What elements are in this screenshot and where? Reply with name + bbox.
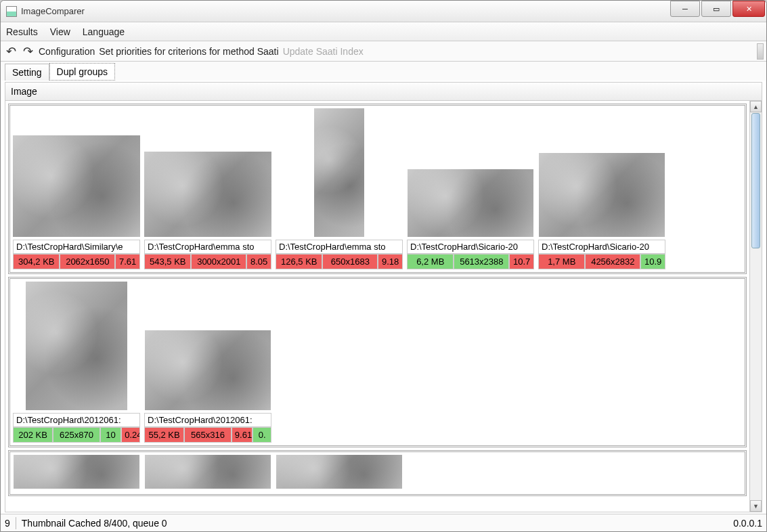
scroll-up-icon[interactable]: ▲ <box>750 101 762 112</box>
dimensions: 565x316 <box>184 427 232 443</box>
scroll-thumb[interactable] <box>751 113 760 248</box>
score: 10.7 <box>509 254 534 269</box>
status-version: 0.0.0.1 <box>733 518 762 529</box>
status-separator <box>16 517 16 529</box>
statusbar: 9 Thumbnail Cached 8/400, queue 0 0.0.0.… <box>1 514 766 531</box>
image-item[interactable] <box>144 455 271 491</box>
image-stats: 126,5 KB650x16839.18 <box>276 254 403 269</box>
groups-viewport: D:\TestCropHard\Similary\e304,2 KB2062x1… <box>5 101 762 512</box>
file-size: 304,2 KB <box>13 254 60 269</box>
image-stats: 1,7 MB4256x283210.9 <box>538 254 665 269</box>
maximize-button[interactable]: ▭ <box>701 1 731 17</box>
image-stats: 543,5 KB3000x20018.05 <box>144 254 271 269</box>
image-path: D:\TestCropHard\Similary\e <box>13 240 140 254</box>
app-icon <box>6 6 17 17</box>
image-stats: 202 KB625x870100.24 <box>13 427 140 443</box>
menu-language[interactable]: Language <box>83 26 125 37</box>
duplicate-group <box>8 450 747 496</box>
close-button[interactable]: ✕ <box>732 1 765 17</box>
thumbnail[interactable] <box>14 455 139 489</box>
toolbar-update-index[interactable]: Update Saati Index <box>283 46 364 57</box>
image-item[interactable] <box>13 455 140 491</box>
thumbnail[interactable] <box>539 153 665 237</box>
titlebar: ImageComparer ─ ▭ ✕ <box>1 1 766 22</box>
toolbar-configuration[interactable]: Configuration <box>39 46 95 57</box>
score: 9.61 <box>232 427 253 443</box>
image-item[interactable]: D:\TestCropHard\Similary\e304,2 KB2062x1… <box>13 135 140 269</box>
thumbnail[interactable] <box>314 108 364 237</box>
scroll-down-icon[interactable]: ▼ <box>750 500 762 512</box>
tab-setting[interactable]: Setting <box>5 64 49 81</box>
column-header-image[interactable]: Image <box>5 83 762 101</box>
dimensions: 3000x2001 <box>191 254 246 269</box>
vertical-scrollbar[interactable]: ▲ ▼ <box>749 101 762 512</box>
extra-score: 0.24 <box>121 427 140 443</box>
tabs: Setting Dupl groups <box>1 62 766 81</box>
thumbnail[interactable] <box>26 282 127 410</box>
score: 9.18 <box>378 254 403 269</box>
file-size: 1,7 MB <box>538 254 585 269</box>
image-item[interactable]: D:\TestCropHard\emma sto126,5 KB650x1683… <box>276 108 403 269</box>
thumbnail[interactable] <box>144 152 271 237</box>
image-stats: 55,2 KB565x3169.610. <box>144 427 271 443</box>
extra-score: 0. <box>253 427 271 443</box>
dimensions: 2062x1650 <box>60 254 115 269</box>
dimensions: 4256x2832 <box>585 254 640 269</box>
score: 8.05 <box>246 254 271 269</box>
app-window: ImageComparer ─ ▭ ✕ Results View Languag… <box>0 0 767 532</box>
image-item[interactable]: D:\TestCropHard\Sicario-201,7 MB4256x283… <box>538 153 665 269</box>
image-item[interactable]: D:\TestCropHard\2012061:55,2 KB565x3169.… <box>144 330 271 443</box>
content-area: Image D:\TestCropHard\Similary\e304,2 KB… <box>5 82 762 512</box>
duplicate-group: D:\TestCropHard\2012061:202 KB625x870100… <box>8 277 747 447</box>
file-size: 202 KB <box>13 427 53 443</box>
status-cache: Thumbnail Cached 8/400, queue 0 <box>22 518 167 529</box>
image-path: D:\TestCropHard\2012061: <box>144 413 271 427</box>
dimensions: 625x870 <box>53 427 100 443</box>
redo-icon[interactable]: ↷ <box>22 44 35 59</box>
image-stats: 6,2 MB5613x238810.7 <box>407 254 534 269</box>
file-size: 6,2 MB <box>407 254 454 269</box>
duplicate-group: D:\TestCropHard\Similary\e304,2 KB2062x1… <box>8 104 747 274</box>
status-count: 9 <box>5 518 10 529</box>
toolbar-set-priorities[interactable]: Set priorities for criterions for method… <box>99 46 278 57</box>
menu-view[interactable]: View <box>50 26 70 37</box>
window-controls: ─ ▭ ✕ <box>670 1 766 17</box>
image-item[interactable]: D:\TestCropHard\2012061:202 KB625x870100… <box>13 282 140 443</box>
minimize-button[interactable]: ─ <box>670 1 700 17</box>
score: 10 <box>100 427 121 443</box>
menu-results[interactable]: Results <box>6 26 38 37</box>
thumbnail[interactable] <box>408 169 533 237</box>
score: 7.61 <box>115 254 140 269</box>
image-path: D:\TestCropHard\emma sto <box>276 240 403 254</box>
image-path: D:\TestCropHard\2012061: <box>13 413 140 427</box>
image-item[interactable]: D:\TestCropHard\Sicario-206,2 MB5613x238… <box>407 169 534 269</box>
image-stats: 304,2 KB2062x16507.61 <box>13 254 140 269</box>
score: 10.9 <box>640 254 665 269</box>
thumbnail[interactable] <box>145 330 271 410</box>
undo-icon[interactable]: ↶ <box>5 44 18 59</box>
thumbnail[interactable] <box>145 455 271 489</box>
thumbnail[interactable] <box>13 135 140 237</box>
tab-dupl-groups[interactable]: Dupl groups <box>49 63 116 81</box>
thumbnail[interactable] <box>276 455 402 489</box>
image-path: D:\TestCropHard\Sicario-20 <box>407 240 534 254</box>
menubar: Results View Language <box>1 22 766 41</box>
image-item[interactable] <box>276 455 403 491</box>
file-size: 126,5 KB <box>276 254 322 269</box>
file-size: 55,2 KB <box>144 427 184 443</box>
window-title: ImageComparer <box>21 6 85 16</box>
image-path: D:\TestCropHard\Sicario-20 <box>538 240 665 254</box>
image-item[interactable]: D:\TestCropHard\emma sto543,5 KB3000x200… <box>144 152 271 269</box>
dimensions: 650x1683 <box>322 254 378 269</box>
image-path: D:\TestCropHard\emma sto <box>144 240 271 254</box>
toolbar: ↶ ↷ Configuration Set priorities for cri… <box>1 41 766 62</box>
file-size: 543,5 KB <box>144 254 191 269</box>
toolbar-overflow[interactable] <box>757 43 764 60</box>
dimensions: 5613x2388 <box>454 254 509 269</box>
